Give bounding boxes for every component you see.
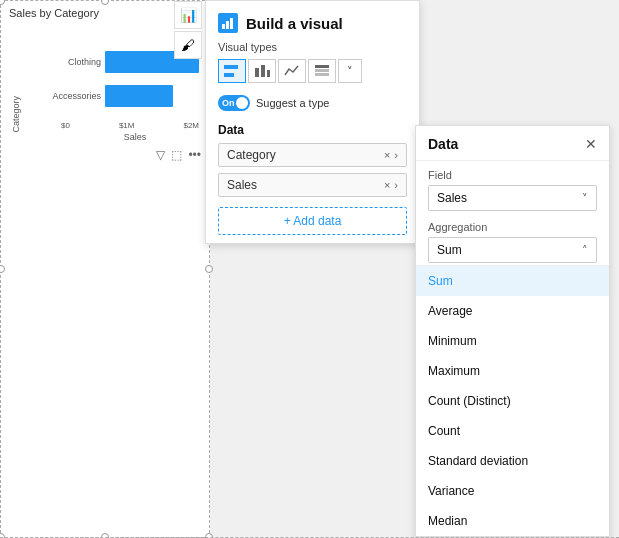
- x-tick-0: $0: [61, 121, 70, 130]
- dropdown-item-variance[interactable]: Variance: [416, 476, 609, 506]
- data-section-label: Data: [206, 119, 419, 143]
- svg-rect-5: [255, 68, 259, 77]
- suggest-toggle[interactable]: On: [218, 95, 250, 111]
- expand-field-icon[interactable]: ›: [394, 149, 398, 161]
- x-axis-label: Sales: [1, 132, 209, 142]
- aggregation-select[interactable]: Sum ˄: [428, 237, 597, 263]
- visual-types-label: Visual types: [206, 41, 419, 59]
- y-axis-label: Category: [11, 96, 21, 133]
- dropdown-item-minimum[interactable]: Minimum: [416, 326, 609, 356]
- data-field-sales-icons: × ›: [384, 179, 398, 191]
- visual-types-row: ˅: [206, 59, 419, 91]
- data-field-category-icons: × ›: [384, 149, 398, 161]
- filter-icon[interactable]: ▽: [156, 148, 165, 162]
- svg-rect-8: [315, 65, 329, 68]
- svg-rect-0: [222, 24, 225, 29]
- visual-type-bar-horiz[interactable]: [218, 59, 246, 83]
- bar-2: [105, 85, 173, 107]
- svg-rect-4: [224, 73, 234, 77]
- dropdown-item-count-distinct[interactable]: Count (Distinct): [416, 386, 609, 416]
- svg-rect-9: [315, 69, 329, 72]
- data-field-sales[interactable]: Sales × ›: [218, 173, 407, 197]
- expand-sales-icon[interactable]: ›: [394, 179, 398, 191]
- focus-mode-icon[interactable]: ⬚: [171, 148, 182, 162]
- svg-rect-6: [261, 65, 265, 77]
- bar-label-2: Accessories: [46, 91, 101, 101]
- bar-row: Accessories: [46, 85, 199, 107]
- chevron-down-icon: ˅: [347, 65, 353, 78]
- panel-tab-format[interactable]: 🖌: [174, 31, 202, 59]
- dropdown-item-sum[interactable]: Sum: [416, 266, 609, 296]
- data-panel: Data ✕ Field Sales ˅ Aggregation Sum ˄ S…: [415, 125, 610, 537]
- svg-rect-2: [230, 18, 233, 29]
- x-tick-1: $1M: [119, 121, 135, 130]
- aggregation-row: Aggregation Sum ˄: [416, 215, 609, 263]
- suggest-row: On Suggest a type: [206, 91, 419, 119]
- svg-rect-1: [226, 21, 229, 29]
- field-select-value: Sales: [437, 191, 467, 205]
- chart-icons: ▽ ⬚ •••: [1, 142, 209, 168]
- add-data-button[interactable]: + Add data: [218, 207, 407, 235]
- build-panel-header: Build a visual: [206, 1, 419, 41]
- panel-tab-visual[interactable]: 📊: [174, 1, 202, 29]
- data-panel-header: Data ✕: [416, 126, 609, 161]
- build-visual-panel: 📊 🖌 Build a visual Visual types: [205, 0, 420, 244]
- x-axis: $0 $1M $2M: [1, 117, 209, 130]
- aggregation-chevron-up-icon: ˄: [582, 244, 588, 257]
- aggregation-dropdown-list: Sum Average Minimum Maximum Count (Disti…: [416, 265, 609, 536]
- aggregation-label: Aggregation: [428, 221, 597, 233]
- build-panel-icon: [218, 13, 238, 33]
- field-label: Field: [428, 169, 597, 181]
- toggle-on-text: On: [222, 98, 235, 108]
- close-data-panel-button[interactable]: ✕: [585, 137, 597, 151]
- data-panel-title: Data: [428, 136, 458, 152]
- chart-area: Sales by Category Category Clothing Acce…: [0, 0, 210, 538]
- field-select[interactable]: Sales ˅: [428, 185, 597, 211]
- bar-label-1: Clothing: [46, 57, 101, 67]
- remove-field-icon[interactable]: ×: [384, 149, 390, 161]
- dropdown-item-average[interactable]: Average: [416, 296, 609, 326]
- svg-rect-3: [224, 65, 238, 69]
- resize-handle-right[interactable]: [205, 265, 213, 273]
- field-row: Field Sales ˅: [416, 161, 609, 215]
- visual-type-line[interactable]: [278, 59, 306, 83]
- suggest-label: Suggest a type: [256, 97, 329, 109]
- data-field-category-text: Category: [227, 148, 384, 162]
- visual-types-more[interactable]: ˅: [338, 59, 362, 83]
- build-panel-title: Build a visual: [246, 15, 343, 32]
- more-options-icon[interactable]: •••: [188, 148, 201, 162]
- svg-rect-7: [267, 70, 270, 77]
- dropdown-item-stddev[interactable]: Standard deviation: [416, 446, 609, 476]
- visual-type-table[interactable]: [308, 59, 336, 83]
- svg-rect-10: [315, 73, 329, 76]
- dropdown-item-median[interactable]: Median: [416, 506, 609, 536]
- visual-type-bar-vert[interactable]: [248, 59, 276, 83]
- aggregation-select-value: Sum: [437, 243, 462, 257]
- x-tick-2: $2M: [183, 121, 199, 130]
- remove-sales-icon[interactable]: ×: [384, 179, 390, 191]
- dropdown-item-count[interactable]: Count: [416, 416, 609, 446]
- resize-handle-left[interactable]: [0, 265, 5, 273]
- data-field-category[interactable]: Category × ›: [218, 143, 407, 167]
- dropdown-item-maximum[interactable]: Maximum: [416, 356, 609, 386]
- field-chevron-down-icon: ˅: [582, 192, 588, 205]
- data-field-sales-text: Sales: [227, 178, 384, 192]
